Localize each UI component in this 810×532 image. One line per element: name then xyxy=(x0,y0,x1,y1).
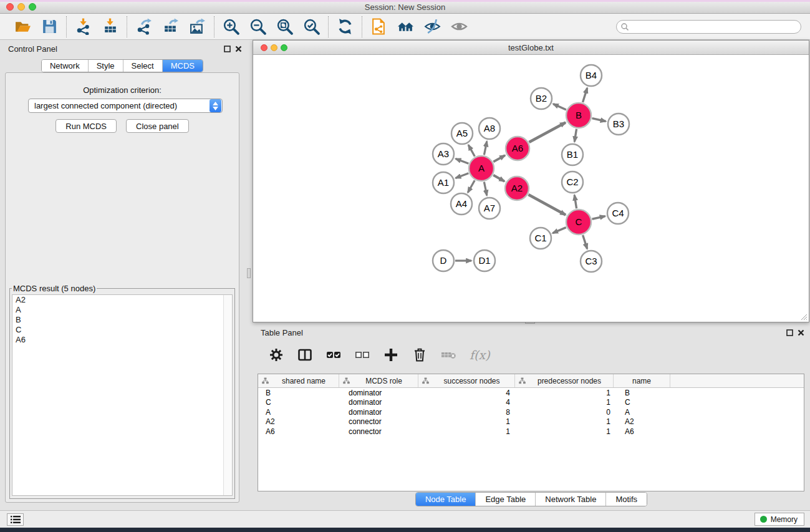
graph-node-C1[interactable]: C1 xyxy=(530,228,551,249)
graph-node-A2[interactable]: A2 xyxy=(505,177,529,200)
graph-edge-A-A5[interactable] xyxy=(468,145,475,156)
cell-shared-name[interactable]: A xyxy=(258,408,339,417)
cell-name[interactable]: C xyxy=(614,398,670,407)
cell-shared-name[interactable]: A6 xyxy=(258,427,339,436)
graph-node-C4[interactable]: C4 xyxy=(607,203,629,224)
tab-edge-table[interactable]: Edge Table xyxy=(475,493,535,506)
resize-grip-icon[interactable] xyxy=(799,312,808,321)
graph-edge-A6-B[interactable] xyxy=(529,122,565,142)
cell-name[interactable]: A2 xyxy=(614,417,670,426)
cell-predecessor-nodes[interactable]: 1 xyxy=(515,417,614,426)
graph-node-B1[interactable]: B1 xyxy=(562,144,583,165)
export-table-icon[interactable] xyxy=(162,18,179,35)
select-all-icon[interactable] xyxy=(326,347,341,362)
cell-successor-nodes[interactable]: 4 xyxy=(418,389,515,397)
result-item[interactable]: C xyxy=(12,325,232,335)
export-network-icon[interactable] xyxy=(135,18,152,35)
cell-mcds-role[interactable]: dominator xyxy=(339,389,418,397)
float-panel-icon[interactable] xyxy=(223,45,231,53)
graph-edge-A-A4[interactable] xyxy=(468,180,475,193)
graph-node-C[interactable]: C xyxy=(566,210,591,235)
graph-node-B[interactable]: B xyxy=(566,103,591,128)
graph-node-A7[interactable]: A7 xyxy=(479,198,500,219)
column-header-successor-nodes[interactable]: successor nodes xyxy=(418,374,515,387)
cell-predecessor-nodes[interactable]: 0 xyxy=(515,408,614,417)
cell-predecessor-nodes[interactable]: 1 xyxy=(515,427,614,436)
graph-node-C3[interactable]: C3 xyxy=(581,251,602,272)
column-header-name[interactable]: name xyxy=(614,374,670,387)
graph-edge-B-B4[interactable] xyxy=(583,88,587,102)
cell-name[interactable]: A xyxy=(614,408,670,417)
table-row[interactable]: C dominator 4 1 C xyxy=(258,398,804,408)
graph-node-D[interactable]: D xyxy=(433,250,454,271)
graph-edge-A-A6[interactable] xyxy=(493,155,505,162)
graph-node-A8[interactable]: A8 xyxy=(479,118,500,139)
delete-column-icon[interactable] xyxy=(412,347,427,362)
graph-edge-B-B2[interactable] xyxy=(553,104,566,110)
graph-node-A5[interactable]: A5 xyxy=(451,123,473,144)
cell-name[interactable]: A6 xyxy=(614,427,670,436)
cell-mcds-role[interactable]: dominator xyxy=(339,408,418,417)
cell-successor-nodes[interactable]: 4 xyxy=(418,398,515,407)
cell-predecessor-nodes[interactable]: 1 xyxy=(515,389,614,397)
graph-edge-C-C3[interactable] xyxy=(583,235,587,249)
cell-name[interactable]: B xyxy=(614,389,670,397)
result-item[interactable]: A xyxy=(12,305,232,315)
graph-node-B4[interactable]: B4 xyxy=(581,65,602,86)
refresh-layout-icon[interactable] xyxy=(337,18,354,35)
graph-edge-C-C2[interactable] xyxy=(574,195,576,209)
result-item[interactable]: A6 xyxy=(12,335,232,345)
graph-node-A[interactable]: A xyxy=(469,156,494,181)
graph-node-D1[interactable]: D1 xyxy=(474,250,495,271)
cell-mcds-role[interactable]: connector xyxy=(339,417,418,426)
graph-node-A6[interactable]: A6 xyxy=(506,137,529,160)
hide-selected-icon[interactable] xyxy=(424,18,441,35)
delete-table-icon[interactable] xyxy=(441,347,456,362)
settings-gear-icon[interactable] xyxy=(269,347,284,362)
show-all-icon[interactable] xyxy=(451,18,468,35)
graph-edge-A-A3[interactable] xyxy=(456,158,469,163)
graph-node-A4[interactable]: A4 xyxy=(451,193,472,215)
cell-shared-name[interactable]: C xyxy=(258,398,339,407)
graph-edge-B-B1[interactable] xyxy=(574,129,576,142)
deselect-all-icon[interactable] xyxy=(355,347,370,362)
graph-edge-A-A2[interactable] xyxy=(493,175,504,181)
graph-node-A3[interactable]: A3 xyxy=(433,143,454,165)
show-columns-icon[interactable] xyxy=(297,347,312,362)
tab-network[interactable]: Network xyxy=(42,60,88,72)
column-header-mcds-role[interactable]: MCDS role xyxy=(339,374,418,387)
close-panel-icon[interactable] xyxy=(797,329,805,337)
cell-shared-name[interactable]: B xyxy=(258,389,339,397)
cell-successor-nodes[interactable]: 1 xyxy=(418,417,515,426)
vertical-splitter-handle[interactable] xyxy=(247,268,251,278)
table-row[interactable]: A dominator 8 0 A xyxy=(258,407,804,417)
network-graph-canvas[interactable]: B4B2BB3A5A8A6B1A3AC2A1A2A4A7CC4C1C3DD1 xyxy=(254,56,808,322)
cell-successor-nodes[interactable]: 1 xyxy=(418,427,515,436)
export-image-icon[interactable] xyxy=(189,18,206,35)
close-panel-icon[interactable] xyxy=(234,45,243,53)
float-panel-icon[interactable] xyxy=(786,329,794,337)
cell-mcds-role[interactable]: connector xyxy=(339,427,418,436)
import-network-icon[interactable] xyxy=(75,18,92,35)
zoom-out-icon[interactable] xyxy=(249,18,266,35)
table-row[interactable]: B dominator 4 1 B xyxy=(258,388,804,398)
tab-style[interactable]: Style xyxy=(88,60,123,72)
network-from-file-icon[interactable] xyxy=(370,18,387,35)
tab-network-table[interactable]: Network Table xyxy=(535,493,605,506)
column-header-predecessor-nodes[interactable]: predecessor nodes xyxy=(515,374,614,387)
graph-edge-A2-C[interactable] xyxy=(528,195,565,215)
tab-mcds[interactable]: MCDS xyxy=(162,60,203,72)
graph-edge-C-C1[interactable] xyxy=(552,228,566,233)
run-mcds-button[interactable]: Run MCDS xyxy=(55,119,117,133)
save-session-icon[interactable] xyxy=(41,18,58,35)
table-row[interactable]: A6 connector 1 1 A6 xyxy=(258,427,804,437)
cell-shared-name[interactable]: A2 xyxy=(258,417,339,426)
result-item[interactable]: A2 xyxy=(12,295,232,305)
graph-node-B2[interactable]: B2 xyxy=(531,88,552,109)
zoom-fit-icon[interactable] xyxy=(276,18,293,35)
import-table-icon[interactable] xyxy=(102,18,118,35)
zoom-in-icon[interactable] xyxy=(223,18,239,35)
column-header-shared-name[interactable]: shared name xyxy=(258,374,339,387)
graph-edge-A-A1[interactable] xyxy=(456,173,469,178)
open-file-icon[interactable] xyxy=(14,18,31,35)
